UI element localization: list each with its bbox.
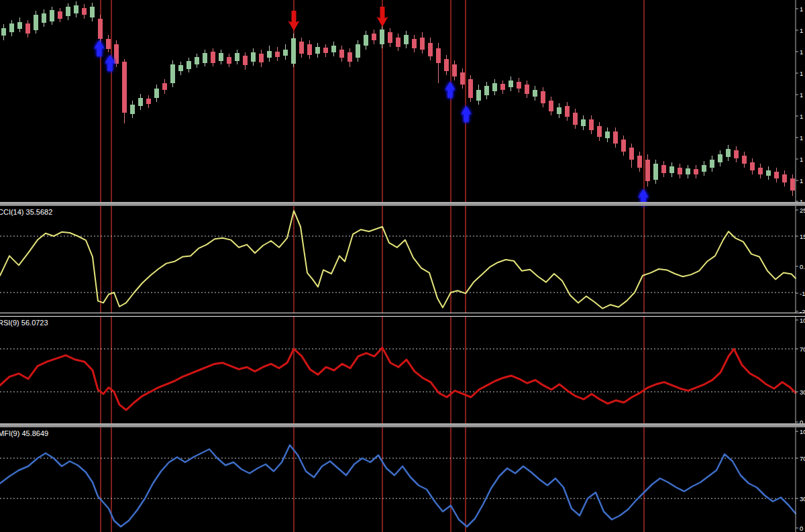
candle-down — [573, 113, 578, 125]
candle-up — [66, 7, 70, 16]
candle-down — [589, 119, 594, 130]
mfi-axis-tick-label: 70 — [800, 455, 805, 462]
candle-down — [98, 19, 103, 39]
candle-down — [114, 44, 119, 64]
price-axis-tick-label: 1 — [800, 91, 803, 99]
cci-level-lines — [0, 236, 796, 292]
candle-down — [388, 32, 392, 43]
candle-down — [678, 168, 682, 174]
candle-up — [74, 5, 78, 13]
candle-down — [428, 43, 433, 56]
price-axis-tick-label: 1 — [800, 48, 803, 56]
candle-up — [1, 28, 6, 36]
candle-down — [323, 48, 328, 53]
buy-arrow-icon[interactable] — [105, 55, 115, 71]
mfi-axis-tick-label: 30 — [800, 495, 805, 502]
candle-up — [380, 30, 384, 44]
candle-up — [331, 46, 336, 52]
candle-down — [597, 126, 602, 137]
buy-arrow-icon[interactable] — [461, 106, 472, 122]
candle-down — [613, 131, 618, 144]
cci-indicator-label: CCI(14) 35.5682 — [0, 208, 52, 216]
sell-arrow-icon[interactable] — [288, 11, 300, 31]
candle-up — [251, 52, 256, 62]
buy-arrow-icon[interactable] — [94, 40, 105, 56]
candle-down — [211, 52, 215, 63]
candle-up — [17, 22, 22, 29]
candle-down — [412, 39, 417, 48]
panel-separator-rsi-mfi[interactable] — [0, 423, 805, 427]
candlestick-series — [1, 1, 795, 196]
candle-up — [356, 44, 360, 58]
buy-arrow-icon[interactable] — [445, 82, 455, 98]
mfi-axis-tick-label: 10 — [800, 428, 805, 435]
candle-up — [267, 51, 272, 58]
candle-down — [541, 91, 545, 103]
candle-down — [661, 165, 666, 173]
candle-up — [9, 23, 14, 32]
candle-up — [484, 86, 489, 95]
candle-down — [372, 34, 376, 40]
vertical-event-lines[interactable] — [101, 0, 644, 532]
rsi-indicator-line — [0, 348, 796, 410]
candle-down — [227, 57, 231, 64]
candle-up — [178, 65, 183, 71]
cci-axis-tick-label: 0. — [800, 263, 805, 270]
candle-up — [492, 83, 497, 91]
candle-up — [718, 154, 722, 162]
candle-down — [790, 178, 795, 191]
candle-up — [581, 119, 586, 126]
candle-up — [170, 64, 175, 83]
candle-up — [710, 160, 714, 168]
candle-down — [436, 48, 441, 63]
candle-down — [259, 54, 264, 62]
candle-down — [565, 106, 570, 117]
candle-down — [500, 84, 505, 90]
candle-down — [122, 62, 127, 113]
candle-up — [154, 89, 159, 98]
panel-separator-cci-rsi[interactable] — [0, 313, 805, 317]
candle-down — [299, 42, 304, 54]
candle-up — [283, 50, 288, 56]
candle-down — [549, 101, 553, 111]
rsi-axis-tick-label: 70 — [800, 345, 805, 353]
candle-down — [25, 23, 30, 34]
candle-down — [637, 156, 642, 168]
candle-up — [42, 13, 46, 23]
candle-down — [629, 148, 634, 160]
candle-down — [525, 85, 529, 94]
candle-down — [782, 174, 787, 182]
price-axis-tick-label: 1 — [800, 5, 803, 13]
candle-up — [508, 81, 513, 87]
candle-up — [34, 15, 38, 30]
sell-arrow-icon[interactable] — [377, 7, 388, 27]
candle-up — [364, 35, 368, 46]
candle-up — [186, 61, 191, 69]
candle-down — [750, 162, 755, 170]
candle-up — [90, 7, 95, 17]
candle-down — [452, 64, 457, 76]
candle-down — [468, 79, 473, 98]
candle-up — [653, 164, 658, 180]
candle-down — [460, 72, 465, 85]
candle-down — [106, 39, 111, 49]
candle-up — [195, 57, 199, 64]
chart-canvas[interactable]: 111111111125150.-1-210703001070300 — [0, 0, 805, 532]
candle-up — [404, 35, 409, 44]
cci-axis-tick-label: -1 — [800, 290, 805, 297]
candle-down — [146, 99, 151, 104]
candle-down — [82, 8, 87, 15]
candle-down — [694, 169, 698, 174]
candle-down — [444, 59, 449, 71]
candle-up — [50, 10, 54, 21]
candle-down — [307, 44, 312, 55]
price-axis-tick-label: 1 — [800, 27, 803, 34]
candle-down — [774, 172, 779, 178]
candle-down — [243, 56, 248, 65]
candle-up — [219, 53, 223, 61]
candle-down — [645, 160, 650, 181]
candle-up — [235, 53, 239, 61]
panel-separator-price-cci[interactable] — [0, 202, 805, 206]
candle-up — [130, 105, 135, 114]
rsi-axis-tick-label: 10 — [800, 317, 805, 324]
